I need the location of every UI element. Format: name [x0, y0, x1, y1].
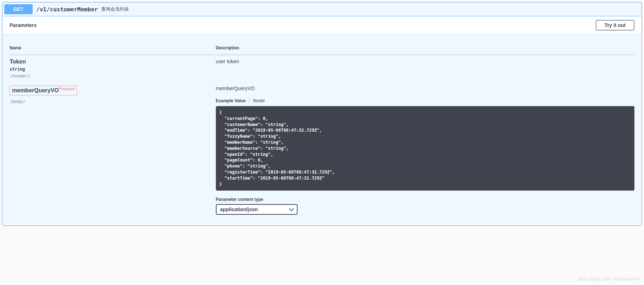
operation-summary[interactable]: GET /v1/customerMember 查询会员列表	[2, 2, 642, 16]
param-in: (header)	[10, 73, 216, 78]
parameters-table: Name Description Token string (header) u…	[10, 41, 634, 218]
parameters-container: Name Description Token string (header) u…	[2, 34, 642, 225]
example-json[interactable]: { "currentPage": 0, "customerName": "str…	[216, 106, 634, 191]
param-description: user token	[216, 59, 634, 64]
operation-description: 查询会员列表	[101, 6, 129, 12]
col-header-description: Description	[216, 41, 634, 55]
operation-block: GET /v1/customerMember 查询会员列表 Parameters…	[2, 2, 642, 226]
required-star-icon: *	[59, 87, 62, 91]
tab-model[interactable]: Model	[249, 98, 268, 103]
param-in: (body)	[10, 99, 216, 104]
param-name: memberQueryVO*required	[10, 86, 77, 95]
col-header-name: Name	[10, 41, 216, 55]
param-type: string	[10, 65, 216, 73]
operation-path: /v1/customerMember	[33, 6, 101, 13]
operation-body: Parameters Try it out Name Description T…	[2, 16, 642, 225]
content-type-select-wrap: application/json	[216, 204, 298, 215]
parameter-row: Token string (header) user token	[10, 55, 634, 82]
tab-example-value[interactable]: Example Value	[216, 98, 249, 103]
try-it-out-button[interactable]: Try it out	[596, 20, 634, 31]
param-type	[10, 95, 216, 99]
content-type-label: Parameter content type	[216, 197, 634, 202]
param-name-text: memberQueryVO	[12, 87, 59, 93]
param-description: memberQueryVO	[216, 86, 634, 91]
parameters-header: Parameters Try it out	[2, 16, 642, 34]
http-method-badge: GET	[4, 4, 33, 14]
parameters-title: Parameters	[10, 22, 37, 28]
example-model-tabs: Example Value Model	[216, 98, 634, 103]
parameter-row: memberQueryVO*required (body) memberQuer…	[10, 82, 634, 218]
content-type-select[interactable]: application/json	[216, 204, 298, 215]
param-name: Token	[10, 59, 216, 65]
required-label: required	[62, 87, 75, 91]
